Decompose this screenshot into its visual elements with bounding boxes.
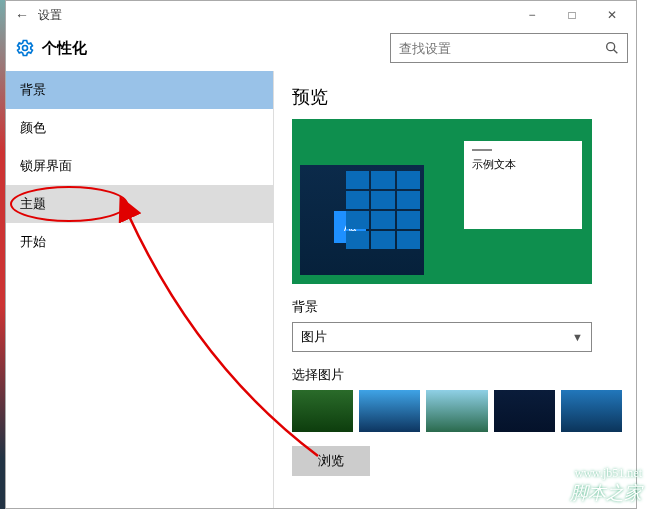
gear-icon: [14, 37, 36, 59]
window-title: 设置: [38, 7, 62, 24]
preview-window-sample: 示例文本: [464, 141, 582, 229]
sidebar-item-label: 颜色: [20, 119, 46, 137]
svg-point-1: [607, 43, 615, 51]
background-label: 背景: [292, 298, 618, 316]
picture-thumb-2[interactable]: [359, 390, 420, 432]
sidebar-item-start[interactable]: 开始: [6, 223, 273, 261]
picture-thumb-4[interactable]: [494, 390, 555, 432]
sidebar-item-colors[interactable]: 颜色: [6, 109, 273, 147]
titlebar: ← 设置 − □ ✕: [6, 1, 636, 29]
svg-line-2: [614, 50, 618, 54]
sidebar-item-label: 主题: [20, 195, 46, 213]
maximize-button[interactable]: □: [552, 1, 592, 29]
content-body: 背景 颜色 锁屏界面 主题 开始 预览 Aa 示例文本 背景: [6, 71, 636, 508]
search-input[interactable]: [391, 37, 597, 60]
sidebar-item-label: 开始: [20, 233, 46, 251]
section-title: 个性化: [42, 39, 87, 58]
picture-thumb-1[interactable]: [292, 390, 353, 432]
sidebar-item-label: 背景: [20, 81, 46, 99]
browse-button[interactable]: 浏览: [292, 446, 370, 476]
sidebar: 背景 颜色 锁屏界面 主题 开始: [6, 71, 274, 508]
background-type-dropdown[interactable]: 图片 ▼: [292, 322, 592, 352]
header: 个性化: [6, 29, 636, 71]
picture-thumbnails: [292, 390, 622, 432]
background-type-value: 图片: [301, 328, 327, 346]
svg-point-0: [23, 46, 28, 51]
chevron-down-icon: ▼: [572, 331, 583, 343]
back-button[interactable]: ←: [10, 7, 34, 23]
settings-window: ← 设置 − □ ✕ 个性化 背景 颜色 锁屏界面 主题 开始: [5, 0, 637, 509]
preview-tiles-grid: [346, 171, 420, 271]
sidebar-item-lockscreen[interactable]: 锁屏界面: [6, 147, 273, 185]
choose-picture-label: 选择图片: [292, 366, 618, 384]
picture-thumb-5[interactable]: [561, 390, 622, 432]
desktop-preview: Aa 示例文本: [292, 119, 592, 284]
close-button[interactable]: ✕: [592, 1, 632, 29]
preview-sample-text: 示例文本: [472, 158, 516, 170]
picture-thumb-3[interactable]: [426, 390, 487, 432]
sidebar-item-themes[interactable]: 主题: [6, 185, 273, 223]
search-box[interactable]: [390, 33, 628, 63]
sidebar-item-background[interactable]: 背景: [6, 71, 273, 109]
preview-start-panel: Aa: [300, 165, 424, 275]
main-panel: 预览 Aa 示例文本 背景 图片 ▼ 选择图片: [274, 71, 636, 508]
preview-heading: 预览: [292, 85, 618, 109]
search-icon[interactable]: [597, 40, 627, 56]
minimize-button[interactable]: −: [512, 1, 552, 29]
sidebar-item-label: 锁屏界面: [20, 157, 72, 175]
